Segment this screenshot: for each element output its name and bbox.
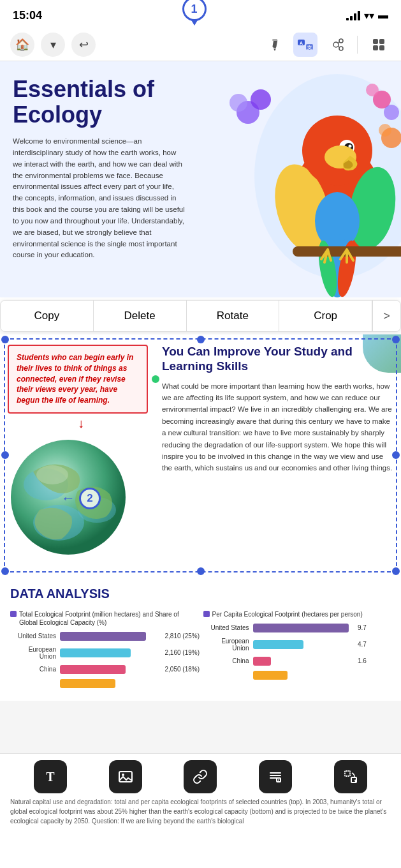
label-cn-left: China [10,666,56,673]
status-time: 15:04 [13,9,42,22]
svg-text:文: 文 [307,45,312,50]
value-us-left: 2,810 (25%) [165,632,198,640]
right-legend-dot [203,611,210,617]
notification-badge: 1 [182,0,207,21]
context-menu: Copy Delete Rotate Crop > [0,300,401,332]
bottom-tools: T [0,760,401,793]
left-data-col: Total Ecological Footprint (million hect… [10,610,198,693]
dropdown-button[interactable]: ▾ [41,33,65,57]
back-button[interactable]: ↩ [71,33,96,57]
bar-us-right [253,624,354,632]
value-cn-right: 1.6 [358,657,391,664]
image-tool-icon [118,769,133,784]
value-eu-left: 2,160 (19%) [165,649,198,656]
bar-eu-left [60,648,161,657]
svg-rect-12 [373,39,378,44]
data-row-eu-left: European Union 2,160 (19%) [10,646,198,660]
context-menu-more[interactable]: > [372,301,400,331]
svg-line-11 [338,46,339,47]
data-tables: Total Ecological Footprint (million hect… [10,610,391,693]
label-us-right: United States [203,624,249,631]
data-row-us-right: United States 9.7 [203,624,391,632]
left-legend-dot [10,611,17,617]
pencil-tool-button[interactable] [263,33,287,57]
label-eu-left: European Union [10,646,56,660]
globe-container: ← 2 [8,433,154,564]
section-body: What could be more important than learni… [162,380,393,474]
signal-icon [346,10,360,20]
svg-rect-13 [379,39,384,44]
rotate-button[interactable]: Rotate [187,301,280,331]
svg-line-47 [278,779,279,781]
bar-cn-right [253,657,354,666]
svg-rect-15 [379,45,384,50]
value-eu-right: 4.7 [358,641,391,648]
badge-2-area: ← 2 [61,488,101,509]
arrow-down: ↓ [8,416,154,431]
data-row-cn-right: China 1.6 [203,657,391,666]
copy-button[interactable]: Copy [1,301,94,331]
crop-button[interactable]: Crop [279,301,372,331]
label-us-left: United States [10,632,56,640]
select-tool-icon [343,769,358,784]
left-col-header: Total Ecological Footprint (million hect… [10,610,198,627]
badge-2: 2 [79,488,101,509]
content-section: Students who can begin early in their li… [0,334,401,576]
data-row-eu-right: European Union 4.7 [203,638,391,652]
toolbar-divider [357,36,358,54]
right-col-header: Per Capita Ecological Footprint (hectare… [203,610,391,618]
status-icons: ▾▾ ▬ [346,10,388,22]
hero-section: Essentials of Ecology Welcome to environ… [0,61,401,297]
quote-box: Students who can begin early in their li… [8,345,148,414]
data-row-us-left: United States 2,810 (25%) [10,632,198,641]
label-cn-right: China [203,657,249,664]
left-column: Students who can begin early in their li… [8,345,154,564]
delete-button[interactable]: Delete [94,301,187,331]
hero-text: Welcome to environmental science—an inte… [13,136,185,261]
select-tool-button[interactable] [334,760,367,793]
quote-text: Students who can begin early in their li… [17,353,133,405]
bar-cn-left [60,665,161,674]
text-tool-button[interactable]: T [34,760,67,793]
right-data-col: Per Capita Ecological Footprint (hectare… [203,610,391,693]
hero-title: Essentials of Ecology [13,77,179,127]
data-title: DATA ANALYSIS [10,587,391,601]
link-tool-button[interactable] [184,760,217,793]
data-row-cn-left: China 2,050 (18%) [10,665,198,674]
label-eu-right: European Union [203,638,249,652]
wifi-icon: ▾▾ [364,10,374,22]
bar-eu-right [253,640,354,649]
svg-point-43 [36,465,68,484]
svg-text:A: A [300,41,303,45]
document-area: Essentials of Ecology Welcome to environ… [0,61,401,701]
toolbar: 🏠 ▾ ↩ A 文 [0,28,401,61]
bar-partial-right [253,671,391,680]
edit-tool-icon [268,769,283,784]
value-cn-left: 2,050 (18%) [165,666,198,673]
svg-marker-1 [273,49,276,51]
text-tool-icon: T [46,770,54,784]
svg-point-45 [122,774,124,776]
data-row-partial-right [203,671,391,680]
image-tool-button[interactable] [109,760,142,793]
bar-us-left [60,632,161,641]
edit-tool-button[interactable] [259,760,292,793]
svg-rect-48 [345,771,350,776]
bar-partial-left [60,679,198,688]
home-button[interactable]: 🏠 [10,33,34,57]
svg-point-9 [339,47,343,50]
grid-button[interactable] [367,33,391,57]
right-column: You Can Improve Your Study and Learning … [154,345,393,564]
data-row-partial-left [10,679,198,688]
text-translate-button[interactable]: A 文 [293,33,317,57]
data-section: DATA ANALYSIS Total Ecological Footprint… [0,576,401,701]
status-bar: 15:04 1 ▾▾ ▬ [0,0,401,28]
bottom-caption: Natural capital use and degradation: tot… [0,793,401,864]
handle-quote-right[interactable] [152,375,159,383]
svg-rect-44 [119,772,132,782]
svg-point-8 [339,39,343,43]
section-title: You Can Improve Your Study and Learning … [162,345,393,374]
value-us-right: 9.7 [358,624,391,631]
share-button[interactable] [324,33,348,57]
svg-rect-2 [272,39,277,41]
